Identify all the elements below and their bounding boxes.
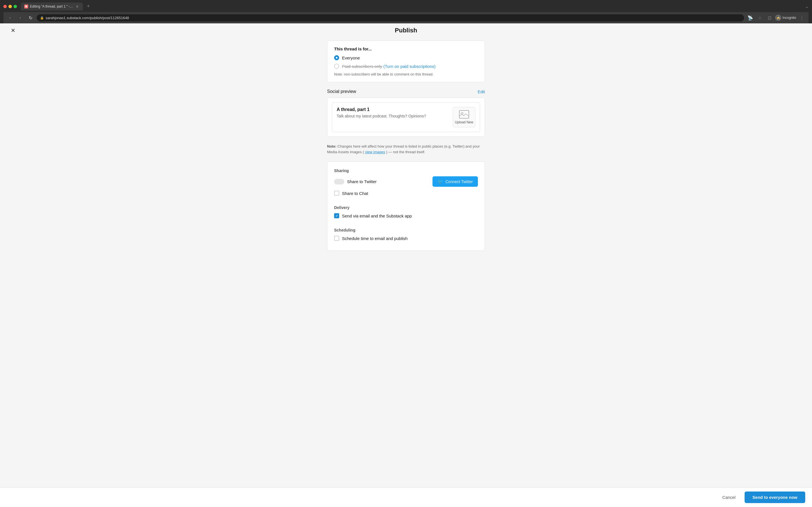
preview-title: A thread, part 1 <box>337 107 448 112</box>
audience-card: This thread is for... Everyone Paid subs… <box>327 41 485 82</box>
share-twitter-label: Share to Twitter <box>347 179 377 184</box>
paid-label-text: Paid subscribers only <box>342 64 382 69</box>
svg-rect-0 <box>459 110 469 118</box>
new-tab-button[interactable]: + <box>85 2 92 10</box>
cancel-button[interactable]: Cancel <box>717 492 741 503</box>
upload-image-area[interactable]: Upload New <box>453 107 475 127</box>
paid-label: Paid subscribers only (Turn on paid subs… <box>342 64 436 69</box>
browser-toolbar: ‹ › ↻ 🔒 sarahjonas1.substack.com/publish… <box>3 12 809 23</box>
schedule-label: Schedule time to email and publish <box>342 236 408 241</box>
close-button[interactable]: ✕ <box>8 26 17 35</box>
share-twitter-toggle[interactable] <box>334 179 344 184</box>
note-bold: Note: <box>327 144 336 149</box>
send-email-row: Send via email and the Substack app <box>334 213 478 218</box>
traffic-light-green[interactable] <box>13 5 17 8</box>
sharing-heading: Sharing <box>334 168 478 173</box>
secure-lock-icon: 🔒 <box>40 16 44 20</box>
browser-chrome: 📋 Editing "A thread, part 1 " - Su ✕ + ⌄… <box>0 0 812 23</box>
browser-expand-icon: ⌄ <box>805 4 809 9</box>
share-chat-checkbox[interactable] <box>334 191 339 196</box>
note-suffix: ) — not the thread itself. <box>386 150 425 154</box>
cast-icon[interactable]: 📡 <box>746 14 754 22</box>
bookmark-icon[interactable]: ☆ <box>756 14 764 22</box>
forward-button[interactable]: › <box>16 14 24 22</box>
tab-close-icon[interactable]: ✕ <box>75 4 80 9</box>
scheduling-heading: Scheduling <box>334 228 478 232</box>
bottom-action-bar: Cancel Send to everyone now <box>0 487 812 507</box>
traffic-light-yellow[interactable] <box>8 5 12 8</box>
share-twitter-row: Share to Twitter 🐦 Connect Twitter <box>334 176 478 187</box>
twitter-logo-icon: 🐦 <box>438 179 443 184</box>
connect-twitter-label: Connect Twitter <box>446 179 473 184</box>
audience-note: Note: non-subscribers will be able to co… <box>334 72 478 76</box>
preview-note: Note: Changes here will affect how your … <box>327 144 485 155</box>
everyone-label: Everyone <box>342 55 360 60</box>
incognito-badge: 🕵 Incognito <box>775 15 796 21</box>
tab-title: Editing "A thread, part 1 " - Su <box>30 4 73 8</box>
paid-radio[interactable] <box>334 64 339 69</box>
incognito-icon: 🕵 <box>775 15 781 21</box>
preview-content: A thread, part 1 Talk about my latest po… <box>332 102 480 132</box>
share-chat-row: Share to Chat <box>334 191 478 196</box>
image-placeholder-icon <box>459 110 469 119</box>
turn-on-paid-link[interactable]: (Turn on paid subscriptions) <box>384 64 436 69</box>
active-browser-tab[interactable]: 📋 Editing "A thread, part 1 " - Su ✕ <box>21 3 83 10</box>
traffic-light-red[interactable] <box>3 5 7 8</box>
delivery-heading: Delivery <box>334 205 478 210</box>
sharing-delivery-card: Sharing Share to Twitter 🐦 Connect Twitt… <box>327 161 485 251</box>
traffic-lights <box>3 5 17 8</box>
incognito-label: Incognito <box>782 16 796 20</box>
send-email-checkbox[interactable] <box>334 213 339 218</box>
page-wrapper: ✕ Publish This thread is for... Everyone… <box>0 20 812 507</box>
share-chat-label: Share to Chat <box>342 191 368 196</box>
social-preview-section: Social preview Edit A thread, part 1 Tal… <box>327 89 485 155</box>
upload-new-label: Upload New <box>455 120 473 124</box>
view-images-link[interactable]: view images <box>365 150 385 154</box>
refresh-button[interactable]: ↻ <box>27 14 35 22</box>
menu-icon[interactable]: ⋮ <box>798 14 806 22</box>
preview-text-area: A thread, part 1 Talk about my latest po… <box>337 107 448 118</box>
connect-twitter-button[interactable]: 🐦 Connect Twitter <box>433 176 478 187</box>
social-preview-heading: Social preview <box>327 89 356 94</box>
social-preview-card: A thread, part 1 Talk about my latest po… <box>327 98 485 137</box>
tab-favicon-icon: 📋 <box>24 4 28 8</box>
tab-bar: 📋 Editing "A thread, part 1 " - Su ✕ + ⌄ <box>3 2 809 10</box>
social-preview-header: Social preview Edit <box>327 89 485 94</box>
url-display: sarahjonas1.substack.com/publish/post/11… <box>46 16 129 20</box>
toolbar-actions: 📡 ☆ ⊡ 🕵 Incognito ⋮ <box>746 14 806 22</box>
edit-preview-link[interactable]: Edit <box>477 89 485 94</box>
back-button[interactable]: ‹ <box>6 14 14 22</box>
content-area: This thread is for... Everyone Paid subs… <box>321 41 491 251</box>
everyone-option[interactable]: Everyone <box>334 55 478 60</box>
page-title: Publish <box>395 27 417 34</box>
share-twitter-left: Share to Twitter <box>334 179 377 184</box>
everyone-radio[interactable] <box>334 55 339 60</box>
schedule-row: Schedule time to email and publish <box>334 236 478 241</box>
split-view-icon[interactable]: ⊡ <box>765 14 773 22</box>
audience-heading: This thread is for... <box>334 47 478 51</box>
svg-point-1 <box>461 112 463 114</box>
paid-option[interactable]: Paid subscribers only (Turn on paid subs… <box>334 64 478 69</box>
preview-description: Talk about my latest podcast. Thoughts? … <box>337 114 448 118</box>
publish-button[interactable]: Send to everyone now <box>745 492 805 503</box>
schedule-checkbox[interactable] <box>334 236 339 241</box>
address-bar[interactable]: 🔒 sarahjonas1.substack.com/publish/post/… <box>37 14 744 21</box>
send-email-label: Send via email and the Substack app <box>342 214 412 218</box>
